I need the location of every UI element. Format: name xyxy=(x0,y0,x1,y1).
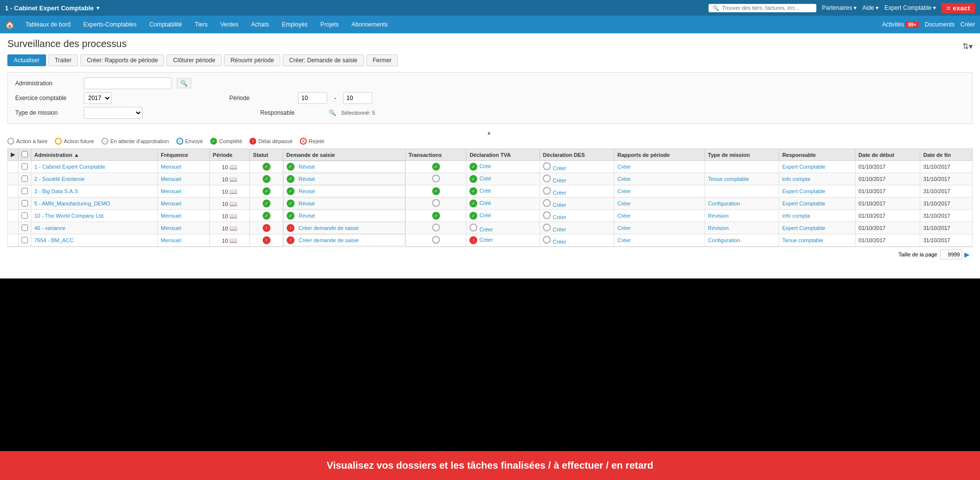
des-text[interactable]: Créer xyxy=(553,239,566,245)
demande-text[interactable]: Créer demande de saisie xyxy=(298,225,359,231)
actualiser-button[interactable]: Actualiser xyxy=(7,54,46,66)
frequence-value[interactable]: Mensuel xyxy=(161,201,181,206)
nav-tiers[interactable]: Tiers xyxy=(189,18,214,31)
documents-link[interactable]: Documents xyxy=(925,21,955,28)
tva-text[interactable]: Créé xyxy=(479,188,491,194)
home-icon[interactable]: 🏠 xyxy=(5,20,15,29)
row-des[interactable]: Créer xyxy=(540,210,614,222)
row-rapports[interactable]: Créer xyxy=(614,161,705,173)
row-des[interactable]: Créer xyxy=(540,198,614,210)
tva-text[interactable]: Créer xyxy=(479,237,493,243)
nav-experts-comptables[interactable]: Experts-Comptables xyxy=(77,18,143,31)
book-icon[interactable]: 📖 xyxy=(229,163,237,171)
administration-link[interactable]: 7654 - BM_ACC xyxy=(34,237,74,243)
creer-link[interactable]: Créer xyxy=(960,21,975,28)
row-des[interactable]: Créer xyxy=(540,185,614,198)
row-responsable[interactable]: Expert Comptable xyxy=(779,161,856,173)
row-responsable[interactable]: Expert Comptable xyxy=(779,185,856,198)
row-checkbox[interactable] xyxy=(19,173,31,185)
row-type-mission[interactable] xyxy=(705,161,779,173)
periode-to-input[interactable] xyxy=(343,92,372,104)
col-rapports-header[interactable]: Rapports de période xyxy=(614,149,705,161)
app-title-area[interactable]: 1 - Cabinet Expert Comptable ▾ xyxy=(5,4,99,12)
row-demande[interactable]: !Créer demande de saisie xyxy=(283,222,405,234)
col-demande-header[interactable]: Demande de saisie xyxy=(283,149,405,161)
nav-tableaux-de-bord[interactable]: Tableaux de bord xyxy=(20,18,76,31)
row-administration[interactable]: 2 - Société Eninterne xyxy=(31,173,158,185)
filter-toggle-icon[interactable]: ⇅▾ xyxy=(962,42,973,51)
rapports-text[interactable]: Créer xyxy=(617,188,631,194)
row-administration[interactable]: 5 - AMN_Manufacturing_DEMO xyxy=(31,198,158,210)
partenaires-menu[interactable]: Partenaires ▾ xyxy=(822,4,857,11)
row-expand[interactable] xyxy=(8,210,19,222)
select-all-checkbox[interactable] xyxy=(22,151,28,157)
row-tva[interactable]: ✓Créé xyxy=(466,210,540,222)
nav-employes[interactable]: Employés xyxy=(276,18,314,31)
responsable-value[interactable]: Expert Comptable xyxy=(782,225,825,231)
row-select-checkbox[interactable] xyxy=(22,188,28,194)
row-type-mission[interactable] xyxy=(705,185,779,198)
book-icon[interactable]: 📖 xyxy=(229,225,237,232)
demande-text[interactable]: Révisé xyxy=(298,176,315,182)
tva-text[interactable]: Créé xyxy=(479,176,491,181)
row-des[interactable]: Créer xyxy=(540,161,614,173)
row-checkbox[interactable] xyxy=(19,185,31,198)
row-tva[interactable]: ✓Créé xyxy=(466,161,540,173)
row-demande[interactable]: ✓Révisé xyxy=(283,173,405,185)
book-icon[interactable]: 📖 xyxy=(229,176,237,183)
row-expand[interactable] xyxy=(8,198,19,210)
row-expand[interactable] xyxy=(8,185,19,198)
frequence-value[interactable]: Mensuel xyxy=(161,188,181,194)
row-responsable[interactable]: Expert Comptable xyxy=(779,198,856,210)
responsable-value[interactable]: info compta xyxy=(782,176,810,182)
frequence-value[interactable]: Mensuel xyxy=(161,225,181,231)
cloturer-periode-button[interactable]: Clôturer période xyxy=(167,54,221,66)
traiter-button[interactable]: Traiter xyxy=(49,54,78,66)
frequence-value[interactable]: Mensuel xyxy=(161,237,181,243)
book-icon[interactable]: 📖 xyxy=(229,188,237,195)
col-tva-header[interactable]: Déclaration TVA xyxy=(466,149,540,161)
row-rapports[interactable]: Créer xyxy=(614,222,705,234)
rapports-text[interactable]: Créer xyxy=(617,201,631,206)
row-responsable[interactable]: info compta xyxy=(779,210,856,222)
responsable-value[interactable]: Tenue comptable xyxy=(782,237,823,243)
responsable-value[interactable]: Expert Comptable xyxy=(782,164,825,170)
type-mission-value[interactable]: Configuration xyxy=(708,201,740,206)
row-administration[interactable]: 46 - variance xyxy=(31,222,158,234)
row-rapports[interactable]: Créer xyxy=(614,234,705,247)
row-checkbox[interactable] xyxy=(19,234,31,247)
nav-ventes[interactable]: Ventes xyxy=(215,18,245,31)
creer-demande-button[interactable]: Créer: Demande de saisie xyxy=(283,54,364,66)
row-tva[interactable]: ✓Créé xyxy=(466,198,540,210)
fermer-button[interactable]: Fermer xyxy=(367,54,398,66)
row-tva[interactable]: ✓Créé xyxy=(466,185,540,198)
exercice-select[interactable]: 2017 2016 2015 xyxy=(84,92,112,104)
tva-text[interactable]: Créer xyxy=(479,227,493,232)
administration-input[interactable] xyxy=(84,77,172,89)
pagination-next-arrow[interactable]: ▶ xyxy=(964,251,970,258)
row-type-mission[interactable]: Configuration xyxy=(705,198,779,210)
row-type-mission[interactable]: Révision xyxy=(705,210,779,222)
administration-link[interactable]: 3 - Big Data S.A.S xyxy=(34,188,78,194)
book-icon[interactable]: 📖 xyxy=(229,212,237,220)
row-demande[interactable]: ✓Révisé xyxy=(283,210,405,222)
row-tva[interactable]: ✓Créé xyxy=(466,173,540,185)
demande-text[interactable]: Créer demande de saisie xyxy=(298,237,359,243)
app-title-chevron[interactable]: ▾ xyxy=(97,5,99,11)
row-checkbox[interactable] xyxy=(19,222,31,234)
row-demande[interactable]: ✓Révisé xyxy=(283,161,405,173)
row-select-checkbox[interactable] xyxy=(22,163,28,170)
col-statut-header[interactable]: Statut xyxy=(250,149,283,161)
col-date-fin-header[interactable]: Date de fin xyxy=(920,149,973,161)
col-type-mission-header[interactable]: Type de mission xyxy=(705,149,779,161)
creer-rapports-button[interactable]: Créer: Rapports de période xyxy=(80,54,164,66)
des-text[interactable]: Créer xyxy=(553,165,566,171)
row-type-mission[interactable]: Tenue comptable xyxy=(705,173,779,185)
row-administration[interactable]: 10 - The World Company Ltd. xyxy=(31,210,158,222)
tva-text[interactable]: Créé xyxy=(479,163,491,169)
row-select-checkbox[interactable] xyxy=(22,237,28,243)
row-responsable[interactable]: info compta xyxy=(779,173,856,185)
aide-menu[interactable]: Aide ▾ xyxy=(862,4,879,11)
row-tva[interactable]: !Créer xyxy=(466,234,540,247)
reouvrir-periode-button[interactable]: Réouvrir période xyxy=(224,54,280,66)
